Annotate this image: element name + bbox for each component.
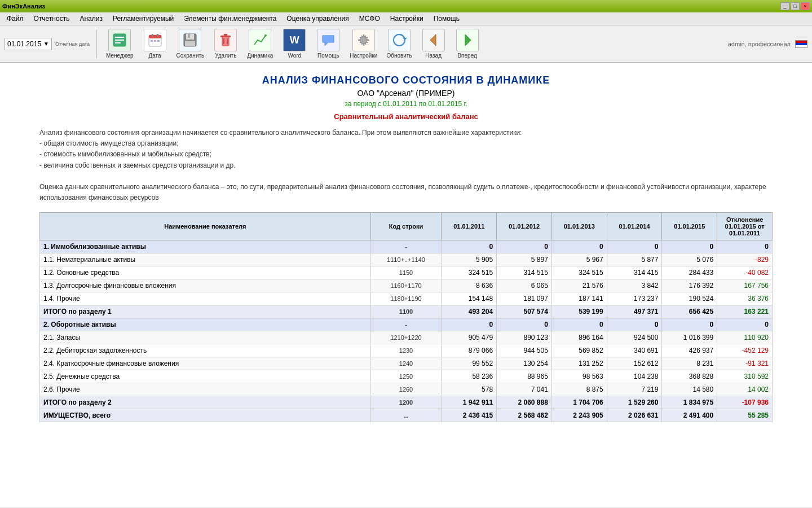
toolbar-icon-7: [352, 29, 375, 51]
user-label: admin, профессионал: [728, 41, 791, 47]
desc-line-1: Анализ финансового состояния организации…: [39, 129, 522, 137]
cell-10-3: 88 965: [497, 370, 552, 383]
cell-10-6: 368 828: [662, 370, 717, 383]
cell-2-4: 324 515: [551, 266, 607, 279]
menu-item-7[interactable]: Настройки: [386, 14, 428, 24]
cell-6-7: 0: [717, 318, 773, 331]
cell-10-7: 310 592: [717, 370, 773, 383]
cell-6-2: 0: [442, 318, 497, 331]
menu-item-2[interactable]: Анализ: [75, 14, 107, 24]
toolbar-btn-назад[interactable]: Назад: [419, 28, 448, 60]
maximize-button[interactable]: □: [791, 2, 800, 10]
table-row: 1.1. Нематериальные активы1110+..+11405 …: [40, 253, 773, 266]
toolbar-btn-дата[interactable]: Дата: [140, 28, 170, 60]
toolbar-btn-менеджер[interactable]: Менеджер: [104, 28, 136, 60]
svg-marker-26: [465, 34, 471, 46]
cell-4-5: 173 237: [607, 292, 662, 305]
menu-item-3[interactable]: Регламентируемый: [108, 14, 178, 24]
toolbar-btn-обновить[interactable]: Обновить: [384, 28, 414, 60]
cell-12-0: ИТОГО по разделу 2: [40, 396, 371, 409]
toolbar-btn-вперед[interactable]: Вперед: [453, 28, 482, 60]
cell-13-2: 2 436 415: [442, 409, 497, 422]
financial-table: Наименование показателя Код строки 01.01…: [39, 212, 773, 422]
window-controls[interactable]: _ □ ×: [780, 2, 810, 10]
cell-1-4: 5 967: [551, 253, 607, 266]
cell-6-4: 0: [551, 318, 607, 331]
cell-7-2: 905 479: [442, 331, 497, 344]
menu-item-6[interactable]: МСФО: [355, 14, 385, 24]
close-button[interactable]: ×: [801, 2, 810, 10]
cell-8-4: 569 852: [551, 344, 607, 357]
cell-10-4: 98 563: [551, 370, 607, 383]
col-header-2011: 01.01.2011: [442, 213, 497, 240]
cell-4-3: 181 097: [497, 292, 552, 305]
cell-4-0: 1.4. Прочие: [40, 292, 371, 305]
toolbar-icon-5: W: [283, 29, 306, 51]
cell-3-3: 6 065: [497, 279, 552, 292]
cell-2-5: 314 415: [607, 266, 662, 279]
cell-4-6: 190 524: [662, 292, 717, 305]
col-header-deviation: Отклонение 01.01.2015 от 01.01.2011: [717, 213, 773, 240]
cell-12-2: 1 942 911: [442, 396, 497, 409]
cell-2-3: 314 515: [497, 266, 552, 279]
desc-line-2: - общая стоимость имущества организации;: [39, 139, 179, 147]
minimize-button[interactable]: _: [780, 2, 789, 10]
cell-0-2: 0: [442, 240, 497, 253]
svg-rect-7: [157, 34, 158, 37]
menu-item-5[interactable]: Оценка управления: [282, 14, 353, 24]
toolbar-btn-помощь[interactable]: Помощь: [314, 28, 343, 60]
cell-8-3: 944 505: [497, 344, 552, 357]
toolbar-icon-10: [456, 29, 479, 51]
cell-1-6: 5 076: [662, 253, 717, 266]
cell-7-5: 924 500: [607, 331, 662, 344]
svg-rect-14: [185, 41, 195, 46]
toolbar-btn-динамика[interactable]: Динамика: [245, 28, 275, 60]
cell-9-4: 131 252: [551, 357, 607, 370]
toolbar-icon-8: [388, 29, 411, 51]
cell-13-6: 2 491 400: [662, 409, 717, 422]
cell-10-0: 2.5. Денежные средства: [40, 370, 371, 383]
svg-rect-8: [151, 40, 153, 42]
cell-2-2: 324 515: [442, 266, 497, 279]
toolbar-btn-word[interactable]: WWord: [280, 28, 309, 60]
cell-3-7: 167 756: [717, 279, 773, 292]
cell-9-6: 8 231: [662, 357, 717, 370]
toolbar-label-2: Сохранить: [176, 52, 205, 59]
svg-rect-13: [188, 34, 190, 38]
menu-item-1[interactable]: Отчетность: [29, 14, 74, 24]
cell-12-5: 1 529 260: [607, 396, 662, 409]
toolbar-btn-сохранить[interactable]: Сохранить: [174, 28, 207, 60]
report-subtitle: ОАО "Арсенал" (ПРИМЕР): [39, 89, 773, 98]
cell-0-0: 1. Иммобилизованные активы: [40, 240, 371, 253]
cell-1-2: 5 905: [442, 253, 497, 266]
toolbar-btn-удалить[interactable]: Удалить: [211, 28, 240, 60]
report-section-title: Сравнительный аналитический баланс: [39, 112, 773, 121]
menu-item-8[interactable]: Помощь: [429, 14, 464, 24]
cell-2-1: 1150: [370, 266, 442, 279]
table-row: 1. Иммобилизованные активы-000000: [40, 240, 773, 253]
cell-2-7: -40 082: [717, 266, 773, 279]
cell-8-7: -452 129: [717, 344, 773, 357]
cell-7-3: 890 123: [497, 331, 552, 344]
toolbar-btn-настройки[interactable]: Настройки: [347, 28, 379, 60]
menu-item-0[interactable]: Файл: [2, 14, 28, 24]
cell-13-0: ИМУЩЕСТВО, всего: [40, 409, 371, 422]
cell-4-2: 154 148: [442, 292, 497, 305]
toolbar-label-9: Назад: [425, 52, 442, 59]
date-dropdown-icon[interactable]: ▼: [43, 41, 49, 47]
report-date-input[interactable]: 01.01.2015 ▼: [5, 38, 52, 50]
cell-11-5: 7 219: [607, 383, 662, 396]
app-title: ФинЭкАнализ: [2, 3, 45, 10]
cell-4-4: 187 141: [551, 292, 607, 305]
cell-2-6: 284 433: [662, 266, 717, 279]
table-row: 1.2. Основные средства1150324 515314 515…: [40, 266, 773, 279]
cell-11-6: 14 580: [662, 383, 717, 396]
menu-item-4[interactable]: Элементы фин.менеджмента: [179, 14, 281, 24]
cell-9-7: -91 321: [717, 357, 773, 370]
svg-marker-24: [403, 38, 407, 40]
cell-11-0: 2.6. Прочие: [40, 383, 371, 396]
cell-12-3: 2 060 888: [497, 396, 552, 409]
svg-marker-25: [430, 34, 436, 46]
cell-0-7: 0: [717, 240, 773, 253]
cell-12-1: 1200: [370, 396, 442, 409]
